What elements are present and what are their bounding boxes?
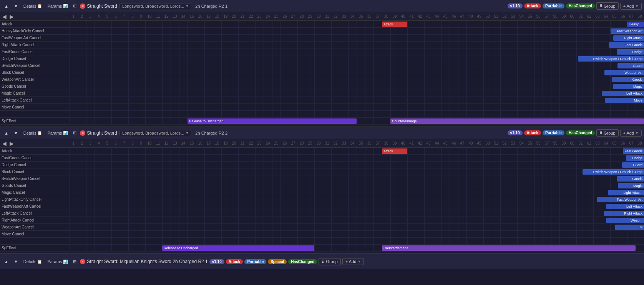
group-button[interactable]: ⠿ Group	[596, 129, 619, 137]
grid-line	[517, 55, 518, 62]
grid-line	[297, 76, 298, 83]
grid-line	[78, 168, 78, 175]
frame-prev-button[interactable]: ◀	[2, 141, 7, 146]
grid-line	[509, 76, 509, 83]
grid-line	[179, 182, 179, 189]
grid-line	[272, 217, 272, 223]
timeline-block-release[interactable]: Release to Uncharged	[162, 245, 314, 251]
grid-line	[559, 148, 560, 154]
badge-attack[interactable]: Attack	[524, 3, 541, 8]
frame-prev-button[interactable]: ◀	[2, 14, 7, 19]
grid-line	[297, 189, 298, 196]
badge-parriable[interactable]: Parriable	[543, 130, 564, 135]
grid-line	[289, 62, 289, 69]
grid-line	[137, 162, 137, 168]
grid-line	[204, 210, 205, 217]
weapon-dropdown[interactable]: Longsword, Broadsword, Lords...▼	[120, 130, 191, 136]
frame-num-66: 66	[619, 141, 627, 145]
grid-line	[357, 28, 357, 34]
collapse-down-btn[interactable]: ▼	[12, 258, 20, 265]
grid-line	[78, 69, 78, 76]
badge-haschanged[interactable]: HasChanged	[288, 259, 317, 264]
badge-haschanged[interactable]: HasChanged	[566, 130, 595, 135]
grid-line	[221, 175, 222, 182]
grid-line	[382, 55, 382, 62]
params-button[interactable]: Params 📊	[45, 258, 70, 265]
group-button[interactable]: ⠿ Group	[319, 258, 341, 265]
grid-line	[145, 104, 146, 110]
collapse-down-btn[interactable]: ▼	[12, 130, 20, 136]
grid-line	[255, 162, 256, 168]
grid-line	[204, 90, 205, 97]
add-button[interactable]: + Add ▼	[620, 3, 642, 10]
grid-line	[483, 48, 484, 55]
params-button[interactable]: Params 📊	[45, 130, 70, 136]
collapse-up-btn[interactable]: ▲	[2, 130, 10, 136]
grid-line	[78, 28, 78, 34]
grid-line	[526, 162, 526, 168]
add-button[interactable]: + Add ▼	[620, 130, 642, 137]
grid-line	[500, 148, 501, 154]
grid-line	[348, 42, 349, 48]
badge-version[interactable]: v1.10	[508, 130, 523, 135]
collapse-up-btn[interactable]: ▲	[2, 258, 10, 265]
grid-line	[365, 238, 365, 244]
frame-num-2: 2	[78, 141, 86, 145]
badge-parriable[interactable]: Parriable	[543, 3, 564, 8]
grid-line	[213, 83, 213, 90]
details-button[interactable]: Details 📋	[22, 258, 44, 265]
timeline-row-13	[69, 111, 644, 118]
grid-line	[86, 238, 86, 244]
close-button[interactable]: ×	[80, 130, 85, 136]
grid-line	[390, 76, 391, 83]
badge-attack[interactable]: Attack	[226, 259, 243, 264]
grid-line	[255, 28, 256, 34]
grid-line	[289, 83, 289, 90]
frame-next-button[interactable]: ▶	[9, 141, 15, 146]
badge-version[interactable]: v1.10	[209, 259, 224, 264]
timeline-block-counterdamage[interactable]: Counterdamage	[382, 245, 636, 251]
badge-attack[interactable]: Attack	[524, 130, 541, 135]
grid-line	[103, 76, 103, 83]
collapse-down-btn[interactable]: ▼	[12, 3, 20, 9]
timeline-block-counterdamage[interactable]: Counterdamage	[390, 118, 644, 124]
close-button[interactable]: ×	[80, 259, 85, 264]
grid-line	[314, 35, 315, 41]
params-button[interactable]: Params 📊	[45, 3, 70, 9]
grid-line	[221, 210, 222, 217]
weapon-dropdown[interactable]: Longsword, Broadsword, Lords...▼	[120, 3, 191, 9]
timeline-block-release[interactable]: Release to Uncharged	[188, 118, 357, 124]
grid-line	[357, 162, 357, 168]
grid-line	[357, 210, 357, 217]
grid-line	[357, 155, 357, 161]
grid-line	[281, 104, 281, 110]
grid-line	[111, 168, 112, 175]
grid-line	[433, 104, 433, 110]
badge-parriable[interactable]: Parriable	[244, 259, 266, 264]
grid-line	[78, 175, 78, 182]
frame-next-button[interactable]: ▶	[9, 14, 15, 19]
grid-line	[509, 175, 509, 182]
grid-line	[483, 90, 484, 97]
grid-button[interactable]: ⊞	[71, 3, 78, 9]
details-button[interactable]: Details 📋	[22, 130, 44, 136]
grid-line	[196, 69, 196, 76]
grid-button[interactable]: ⊞	[71, 130, 78, 136]
grid-line	[69, 55, 70, 62]
grid-line	[86, 175, 86, 182]
grid-line	[238, 148, 239, 154]
badge-haschanged[interactable]: HasChanged	[566, 3, 595, 8]
timeline-block-attack[interactable]: Attack	[382, 148, 407, 154]
details-button[interactable]: Details 📋	[22, 3, 44, 9]
badge-special[interactable]: Special	[268, 259, 287, 264]
group-button[interactable]: ⠿ Group	[596, 2, 619, 10]
close-button[interactable]: ×	[80, 3, 85, 9]
badge-version[interactable]: v1.10	[508, 3, 523, 8]
grid-line	[204, 21, 205, 27]
grid-button[interactable]: ⊞	[71, 258, 78, 265]
collapse-up-btn[interactable]: ▲	[2, 3, 10, 9]
grid-line	[331, 175, 332, 182]
grid-line	[154, 175, 154, 182]
add-button[interactable]: + Add ▼	[342, 258, 364, 265]
timeline-block-attack[interactable]: Attack	[382, 22, 407, 27]
